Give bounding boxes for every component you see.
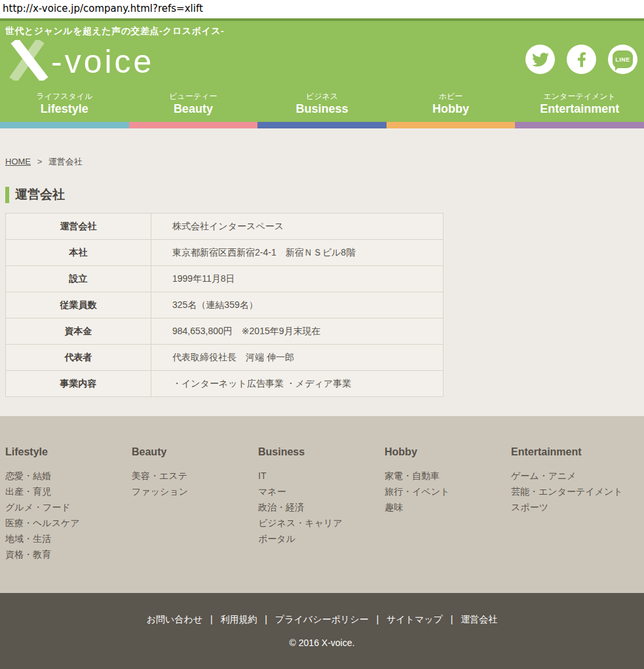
footer-link-sitemap[interactable]: サイトマップ <box>387 614 443 624</box>
footer-heading-entertainment[interactable]: Entertainment <box>511 446 637 458</box>
table-row: 代表者 代表取締役社長 河端 伸一郎 <box>6 345 444 371</box>
footer-heading-business[interactable]: Business <box>258 446 385 458</box>
footer-link[interactable]: 地域・生活 <box>5 531 132 546</box>
strip-lifestyle <box>0 122 129 128</box>
nav-label-jp: ビジネス <box>257 91 387 102</box>
footer-link-separator: | <box>451 614 453 624</box>
social-links: LINE <box>525 45 637 74</box>
nav-label-jp: ビューティー <box>129 91 258 102</box>
row-value: 東京都新宿区西新宿2-4-1 新宿ＮＳビル8階 <box>151 240 444 266</box>
nav-label-en: Beauty <box>129 102 258 117</box>
footer-link-separator: | <box>210 614 213 624</box>
footer-col-hobby: Hobby 家電・自動車 旅行・イベント 趣味 <box>385 446 511 593</box>
twitter-icon[interactable] <box>525 45 555 74</box>
table-row: 運営会社 株式会社インタースペース <box>6 214 444 240</box>
row-label: 事業内容 <box>6 371 151 397</box>
footer-link-terms[interactable]: 利用規約 <box>220 614 257 624</box>
footer-link[interactable]: マネー <box>258 484 385 499</box>
nav-label-en: Hobby <box>387 102 516 117</box>
nav-item-lifestyle[interactable]: ライフスタイル Lifestyle <box>0 90 129 122</box>
footer-link[interactable]: ポータル <box>258 531 385 546</box>
nav-label-en: Entertainment <box>515 102 644 117</box>
footer-link-separator: | <box>265 614 267 624</box>
footer-bottom: お問い合わせ | 利用規約 | プライバシーポリシー | サイトマップ | 運営… <box>0 593 644 669</box>
row-value: 株式会社インタースペース <box>151 214 444 240</box>
main-nav: ライフスタイル Lifestyle ビューティー Beauty ビジネス Bus… <box>0 90 644 122</box>
row-label: 本社 <box>6 240 151 266</box>
footer-link-separator: | <box>376 614 379 624</box>
breadcrumb-current: 運営会社 <box>48 157 83 166</box>
footer-link[interactable]: ビジネス・キャリア <box>258 515 385 531</box>
row-value: 984,653,800円 ※2015年9月末現在 <box>151 318 444 345</box>
title-accent-bar <box>5 187 9 203</box>
main-content: HOME > 運営会社 運営会社 運営会社 株式会社インタースペース 本社 東京… <box>0 128 644 416</box>
footer-link[interactable]: 美容・エステ <box>132 468 258 484</box>
logo-text: -voice <box>51 43 154 81</box>
table-row: 事業内容 ・インターネット広告事業 ・メディア事業 <box>6 371 444 397</box>
footer-bottom-links: お問い合わせ | 利用規約 | プライバシーポリシー | サイトマップ | 運営… <box>0 614 644 626</box>
nav-item-beauty[interactable]: ビューティー Beauty <box>129 90 258 122</box>
footer-link[interactable]: 資格・教育 <box>5 546 132 562</box>
footer-heading-beauty[interactable]: Beauty <box>132 446 258 458</box>
row-value: 代表取締役社長 河端 伸一郎 <box>151 345 444 371</box>
footer-link-contact[interactable]: お問い合わせ <box>147 614 202 624</box>
site-tagline: 世代とジャンルを超えた声の交差点-クロスボイス- <box>5 26 644 37</box>
row-value: 325名（連結359名） <box>151 292 444 318</box>
site-logo[interactable]: -voice <box>7 40 203 81</box>
breadcrumb: HOME > 運営会社 <box>0 128 644 168</box>
nav-item-business[interactable]: ビジネス Business <box>257 90 387 122</box>
nav-label-en: Lifestyle <box>0 102 129 117</box>
strip-hobby <box>387 122 516 128</box>
footer-link[interactable]: 趣味 <box>385 499 511 515</box>
nav-color-strip <box>0 122 644 128</box>
footer-col-lifestyle: Lifestyle 恋愛・結婚 出産・育児 グルメ・フード 医療・ヘルスケア 地… <box>5 446 132 593</box>
breadcrumb-separator: > <box>37 157 43 166</box>
footer-col-entertainment: Entertainment ゲーム・アニメ 芸能・エンターテイメント スポーツ <box>511 446 637 593</box>
footer-link[interactable]: 家電・自動車 <box>385 468 511 484</box>
footer-link-privacy[interactable]: プライバシーポリシー <box>275 614 369 624</box>
line-label: LINE <box>615 56 630 63</box>
site-header: 世代とジャンルを超えた声の交差点-クロスボイス- -voice LINE ライフ… <box>0 18 644 128</box>
footer-link[interactable]: 医療・ヘルスケア <box>5 515 132 531</box>
row-label: 運営会社 <box>6 214 151 240</box>
footer-link[interactable]: ファッション <box>132 484 258 499</box>
footer-link[interactable]: ゲーム・アニメ <box>511 468 637 484</box>
table-row: 設立 1999年11月8日 <box>6 266 444 292</box>
nav-label-jp: エンターテイメント <box>515 91 644 102</box>
row-value: 1999年11月8日 <box>151 266 444 292</box>
table-row: 資本金 984,653,800円 ※2015年9月末現在 <box>6 318 444 345</box>
footer-link[interactable]: グルメ・フード <box>5 499 132 515</box>
facebook-icon[interactable] <box>567 45 596 74</box>
footer-heading-hobby[interactable]: Hobby <box>385 446 511 458</box>
footer-link[interactable]: 芸能・エンターテイメント <box>511 484 637 499</box>
footer-col-business: Business IT マネー 政治・経済 ビジネス・キャリア ポータル <box>258 446 385 593</box>
table-row: 従業員数 325名（連結359名） <box>6 292 444 318</box>
row-label: 従業員数 <box>6 292 151 318</box>
line-bubble-icon: LINE <box>613 50 633 68</box>
strip-entertainment <box>515 122 644 128</box>
nav-label-en: Business <box>257 102 387 117</box>
footer-link[interactable]: 旅行・イベント <box>385 484 511 499</box>
footer-link[interactable]: 恋愛・結婚 <box>5 468 132 484</box>
breadcrumb-home-link[interactable]: HOME <box>5 157 31 166</box>
table-row: 本社 東京都新宿区西新宿2-4-1 新宿ＮＳビル8階 <box>6 240 444 266</box>
page-title: 運営会社 <box>5 186 644 203</box>
page-title-text: 運営会社 <box>15 186 65 203</box>
footer-link[interactable]: 出産・育児 <box>5 484 132 499</box>
strip-business <box>257 122 387 128</box>
footer-link[interactable]: スポーツ <box>511 499 637 515</box>
strip-beauty <box>129 122 258 128</box>
row-label: 資本金 <box>6 318 151 345</box>
footer-col-beauty: Beauty 美容・エステ ファッション <box>132 446 258 593</box>
nav-item-hobby[interactable]: ホビー Hobby <box>387 90 516 122</box>
footer-link[interactable]: 政治・経済 <box>258 499 385 515</box>
copyright: © 2016 X-voice. <box>0 638 644 648</box>
line-icon[interactable]: LINE <box>608 45 637 74</box>
footer-link[interactable]: IT <box>258 468 385 484</box>
row-label: 設立 <box>6 266 151 292</box>
nav-item-entertainment[interactable]: エンターテイメント Entertainment <box>515 90 644 122</box>
footer-link-company[interactable]: 運営会社 <box>461 614 497 624</box>
footer-nav: Lifestyle 恋愛・結婚 出産・育児 グルメ・フード 医療・ヘルスケア 地… <box>0 416 644 593</box>
footer-heading-lifestyle[interactable]: Lifestyle <box>5 446 132 458</box>
row-value: ・インターネット広告事業 ・メディア事業 <box>151 371 444 397</box>
